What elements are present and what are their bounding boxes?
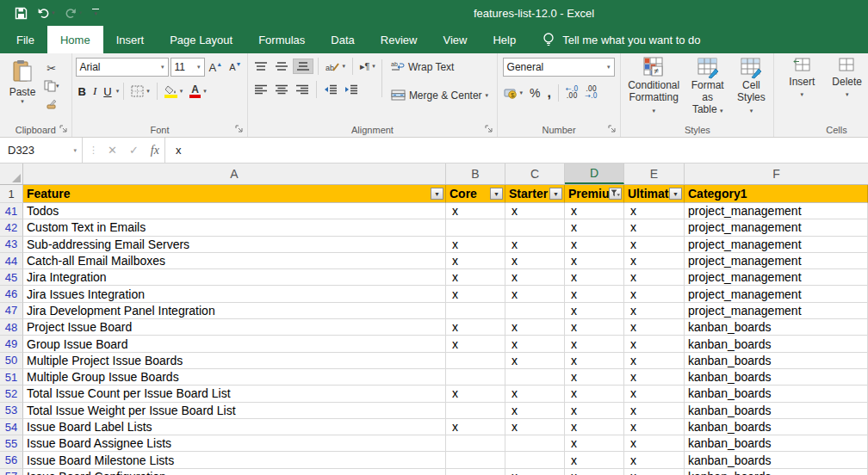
cell-premium[interactable]: x — [565, 369, 624, 386]
tab-home[interactable]: Home — [47, 26, 103, 53]
cell-core[interactable] — [446, 435, 505, 452]
cell-starter[interactable]: x — [505, 336, 565, 352]
number-dialog-launcher[interactable] — [608, 125, 617, 133]
cell-category[interactable]: kanban_boards — [685, 353, 868, 369]
copy-caret-icon[interactable]: ▾ — [56, 83, 59, 89]
cell-feature[interactable]: Issue Board Milestone Lists — [23, 452, 446, 468]
cell-starter[interactable] — [505, 435, 565, 452]
cell-starter[interactable]: x — [505, 353, 565, 369]
save-button[interactable] — [11, 3, 31, 22]
row-header-51[interactable]: 51 — [0, 369, 23, 386]
cell-premium[interactable]: x — [565, 269, 624, 286]
text-direction-button[interactable]: ▸¶ ▾ — [357, 59, 378, 74]
cell-premium[interactable]: x — [565, 419, 624, 435]
cell-feature[interactable]: Project Issue Board — [23, 319, 446, 336]
row-header-44[interactable]: 44 — [0, 253, 23, 269]
align-left-button[interactable] — [251, 83, 270, 96]
cell-feature[interactable]: Todos — [23, 203, 446, 219]
cell-starter[interactable] — [505, 303, 565, 319]
accounting-format-button[interactable]: $ ▾ — [501, 86, 526, 101]
increase-font-button[interactable]: A▲ — [207, 59, 226, 76]
row-header-48[interactable]: 48 — [0, 319, 23, 336]
cell-premium[interactable]: x — [565, 452, 624, 468]
cell-ultimate[interactable]: x — [624, 386, 685, 402]
cell-core[interactable] — [446, 452, 505, 468]
cell-category[interactable]: project_management — [685, 253, 868, 269]
cell-feature[interactable]: Multiple Project Issue Boards — [23, 353, 446, 369]
cell-premium[interactable]: x — [565, 303, 624, 319]
cell-starter[interactable]: x — [505, 253, 565, 269]
cell-premium[interactable]: x — [565, 353, 624, 369]
cell-core[interactable]: x — [446, 237, 505, 253]
cell-core[interactable]: x — [446, 336, 505, 352]
underline-caret-icon[interactable]: ▾ — [116, 88, 120, 95]
orientation-caret-icon[interactable]: ▾ — [342, 63, 345, 70]
row-header-42[interactable]: 42 — [0, 219, 23, 236]
paste-button[interactable]: Paste ▾ — [3, 58, 41, 122]
row-header-53[interactable]: 53 — [0, 403, 23, 419]
tab-data[interactable]: Data — [318, 26, 367, 53]
cell-core[interactable] — [446, 469, 505, 475]
cell-core[interactable]: x — [446, 319, 505, 336]
align-center-button[interactable] — [272, 83, 291, 96]
paste-caret-icon[interactable]: ▾ — [21, 98, 24, 105]
cell-starter[interactable]: x — [505, 269, 565, 286]
cell-feature[interactable]: Issue Board Configuration — [23, 469, 446, 475]
cell-category[interactable]: kanban_boards — [685, 403, 868, 419]
borders-caret-icon[interactable]: ▾ — [146, 88, 150, 95]
cell-premium[interactable]: x — [565, 253, 624, 269]
cell-ultimate[interactable]: x — [624, 269, 685, 286]
cell-core[interactable] — [446, 369, 505, 386]
column-header-b[interactable]: B — [446, 163, 505, 184]
alignment-dialog-launcher[interactable] — [485, 125, 493, 133]
filter-dropdown-button[interactable]: ▼ — [669, 188, 682, 200]
cell-feature[interactable]: Total Issue Weight per Issue Board List — [23, 403, 446, 419]
cell-premium[interactable]: x — [565, 386, 624, 402]
cell-starter[interactable]: x — [505, 237, 565, 253]
cell-ultimate[interactable]: x — [624, 286, 685, 302]
cell-styles-button[interactable]: Cell Styles ▾ — [732, 57, 770, 117]
row-header-56[interactable]: 56 — [0, 452, 23, 468]
accounting-caret-icon[interactable]: ▾ — [520, 89, 524, 96]
font-dialog-launcher[interactable] — [235, 125, 244, 133]
orientation-button[interactable]: ab ▾ — [323, 59, 348, 74]
italic-button[interactable]: I — [90, 83, 99, 100]
redo-caret-icon[interactable]: ▾ — [79, 9, 83, 16]
font-name-combo[interactable]: Arial ▾ — [76, 58, 169, 77]
formula-input[interactable]: x — [165, 138, 868, 163]
cell-category[interactable]: project_management — [685, 286, 868, 302]
cell-premium[interactable]: x — [565, 237, 624, 253]
cell-starter[interactable] — [505, 369, 565, 386]
tab-page-layout[interactable]: Page Layout — [157, 26, 245, 53]
cell-starter[interactable]: x — [505, 469, 565, 475]
font-color-button[interactable]: A ▾ — [187, 83, 209, 100]
cell-feature[interactable]: Sub-addressing Email Servers — [23, 237, 446, 253]
filter-applied-button[interactable] — [609, 188, 622, 200]
cell-ultimate[interactable]: x — [624, 203, 685, 219]
align-bottom-button[interactable] — [293, 59, 313, 74]
cell-starter[interactable]: x — [505, 419, 565, 435]
format-as-table-button[interactable]: Format as Table ▾ — [683, 57, 733, 117]
font-color-caret-icon[interactable]: ▾ — [203, 88, 207, 95]
row-header-50[interactable]: 50 — [0, 353, 23, 369]
delete-cells-button[interactable]: Delete ▾ — [829, 57, 865, 101]
cell-category[interactable]: kanban_boards — [685, 369, 868, 386]
insert-function-icon[interactable]: fx — [151, 144, 159, 157]
cell-premium[interactable]: x — [565, 469, 624, 475]
copy-button[interactable]: ▾ — [41, 78, 62, 94]
cell-starter[interactable] — [505, 219, 565, 236]
text-direction-caret-icon[interactable]: ▾ — [372, 63, 375, 70]
increase-indent-button[interactable] — [342, 83, 361, 96]
insert-cells-button[interactable]: Insert ▾ — [786, 57, 817, 101]
cell-ultimate[interactable]: x — [624, 319, 685, 336]
cancel-entry-icon[interactable]: ✕ — [108, 144, 117, 157]
decrease-font-button[interactable]: A▼ — [226, 60, 244, 74]
row-header-57[interactable]: 57 — [0, 469, 23, 475]
cell-feature[interactable]: Jira Development Panel Integration — [23, 303, 446, 319]
filter-dropdown-button[interactable]: ▼ — [490, 188, 503, 200]
tab-help[interactable]: Help — [480, 26, 529, 53]
cell-feature[interactable]: Issue Board Label Lists — [23, 419, 446, 435]
cell-starter[interactable]: x — [505, 386, 565, 402]
cell-category[interactable]: project_management — [685, 303, 868, 319]
name-box-caret-icon[interactable]: ▾ — [73, 147, 77, 154]
